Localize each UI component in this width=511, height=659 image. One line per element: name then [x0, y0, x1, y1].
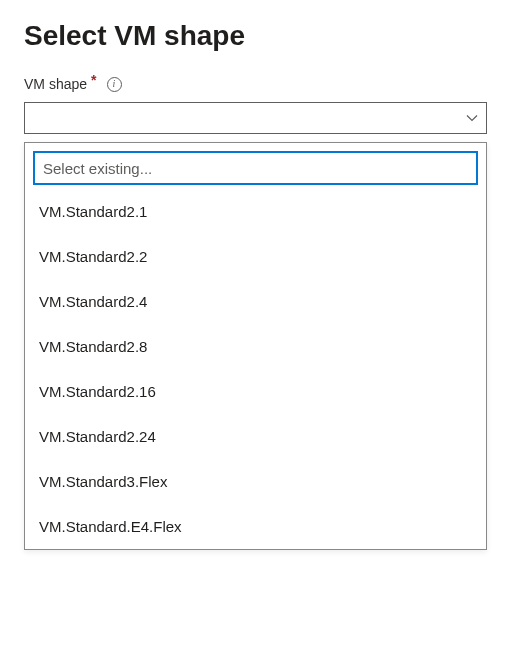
- vm-shape-dropdown[interactable]: [24, 102, 487, 134]
- list-item[interactable]: VM.Standard2.24: [33, 414, 478, 459]
- list-item[interactable]: VM.Standard2.16: [33, 369, 478, 414]
- info-icon[interactable]: i: [107, 77, 122, 92]
- search-input[interactable]: [33, 151, 478, 185]
- dropdown-panel: VM.Standard2.1 VM.Standard2.2 VM.Standar…: [24, 142, 487, 550]
- list-item[interactable]: VM.Standard2.2: [33, 234, 478, 279]
- required-asterisk: *: [91, 72, 96, 88]
- list-item[interactable]: VM.Standard.E4.Flex: [33, 504, 478, 549]
- list-item[interactable]: VM.Standard2.4: [33, 279, 478, 324]
- list-item[interactable]: VM.Standard2.1: [33, 189, 478, 234]
- list-item[interactable]: VM.Standard2.8: [33, 324, 478, 369]
- list-item[interactable]: VM.Standard3.Flex: [33, 459, 478, 504]
- options-list: VM.Standard2.1 VM.Standard2.2 VM.Standar…: [33, 189, 478, 549]
- field-label: VM shape: [24, 76, 87, 92]
- field-label-row: VM shape * i: [24, 76, 487, 92]
- page-title: Select VM shape: [24, 20, 487, 52]
- chevron-down-icon: [466, 112, 478, 124]
